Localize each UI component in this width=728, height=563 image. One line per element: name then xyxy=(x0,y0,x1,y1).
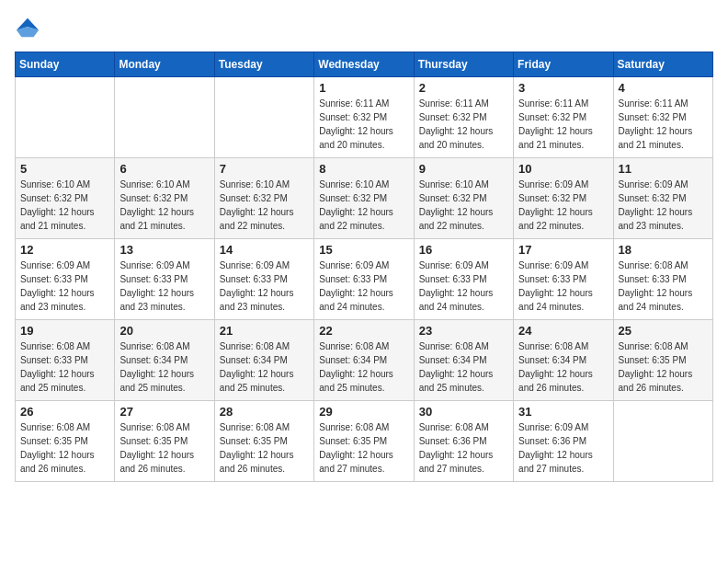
calendar-cell: 8Sunrise: 6:10 AMSunset: 6:32 PMDaylight… xyxy=(314,158,414,239)
day-info: Sunrise: 6:08 AMSunset: 6:35 PMDaylight:… xyxy=(220,420,309,476)
calendar-cell: 20Sunrise: 6:08 AMSunset: 6:34 PMDayligh… xyxy=(115,320,214,401)
day-number: 21 xyxy=(220,324,309,338)
calendar-cell: 29Sunrise: 6:08 AMSunset: 6:35 PMDayligh… xyxy=(314,401,414,482)
day-info: Sunrise: 6:09 AMSunset: 6:36 PMDaylight:… xyxy=(518,420,608,476)
weekday-header: Saturday xyxy=(613,52,712,77)
day-info: Sunrise: 6:10 AMSunset: 6:32 PMDaylight:… xyxy=(119,178,209,233)
weekday-header: Friday xyxy=(514,52,613,77)
calendar-cell: 31Sunrise: 6:09 AMSunset: 6:36 PMDayligh… xyxy=(514,401,613,482)
day-number: 18 xyxy=(619,243,708,257)
day-info: Sunrise: 6:11 AMSunset: 6:32 PMDaylight:… xyxy=(619,97,708,152)
calendar-cell: 12Sunrise: 6:09 AMSunset: 6:33 PMDayligh… xyxy=(16,239,115,320)
day-number: 28 xyxy=(220,405,309,419)
day-number: 27 xyxy=(119,405,209,419)
day-info: Sunrise: 6:09 AMSunset: 6:32 PMDaylight:… xyxy=(518,178,608,233)
calendar-cell: 11Sunrise: 6:09 AMSunset: 6:32 PMDayligh… xyxy=(613,158,712,239)
day-number: 15 xyxy=(319,243,408,257)
calendar-cell: 18Sunrise: 6:08 AMSunset: 6:33 PMDayligh… xyxy=(613,239,712,320)
day-number: 4 xyxy=(619,81,708,95)
day-number: 10 xyxy=(518,162,608,176)
day-number: 26 xyxy=(20,405,109,419)
day-number: 30 xyxy=(419,405,508,419)
calendar-week-row: 12Sunrise: 6:09 AMSunset: 6:33 PMDayligh… xyxy=(16,239,713,320)
day-info: Sunrise: 6:09 AMSunset: 6:33 PMDaylight:… xyxy=(319,259,408,314)
day-number: 7 xyxy=(220,162,309,176)
calendar-cell: 1Sunrise: 6:11 AMSunset: 6:32 PMDaylight… xyxy=(314,77,414,158)
calendar-cell: 26Sunrise: 6:08 AMSunset: 6:35 PMDayligh… xyxy=(16,401,115,482)
calendar-cell: 23Sunrise: 6:08 AMSunset: 6:34 PMDayligh… xyxy=(414,320,513,401)
calendar-cell: 5Sunrise: 6:10 AMSunset: 6:32 PMDaylight… xyxy=(16,158,115,239)
day-number: 14 xyxy=(220,243,309,257)
calendar-cell xyxy=(214,77,313,158)
weekday-header: Monday xyxy=(115,52,214,77)
calendar-cell: 27Sunrise: 6:08 AMSunset: 6:35 PMDayligh… xyxy=(115,401,214,482)
day-number: 9 xyxy=(419,162,508,176)
calendar-table: SundayMondayTuesdayWednesdayThursdayFrid… xyxy=(15,52,713,482)
day-info: Sunrise: 6:08 AMSunset: 6:35 PMDaylight:… xyxy=(20,420,109,476)
day-number: 17 xyxy=(518,243,608,257)
day-info: Sunrise: 6:09 AMSunset: 6:33 PMDaylight:… xyxy=(518,259,608,314)
calendar-cell: 7Sunrise: 6:10 AMSunset: 6:32 PMDaylight… xyxy=(214,158,313,239)
day-number: 3 xyxy=(518,81,608,95)
day-number: 11 xyxy=(619,162,708,176)
calendar-cell xyxy=(16,77,115,158)
day-info: Sunrise: 6:08 AMSunset: 6:34 PMDaylight:… xyxy=(319,339,408,395)
calendar-cell: 9Sunrise: 6:10 AMSunset: 6:32 PMDaylight… xyxy=(414,158,513,239)
day-info: Sunrise: 6:09 AMSunset: 6:33 PMDaylight:… xyxy=(119,259,209,314)
day-number: 5 xyxy=(20,162,109,176)
weekday-header: Tuesday xyxy=(214,52,313,77)
calendar-cell: 21Sunrise: 6:08 AMSunset: 6:34 PMDayligh… xyxy=(214,320,313,401)
day-info: Sunrise: 6:08 AMSunset: 6:36 PMDaylight:… xyxy=(419,420,508,476)
calendar-cell: 4Sunrise: 6:11 AMSunset: 6:32 PMDaylight… xyxy=(613,77,712,158)
day-number: 12 xyxy=(20,243,109,257)
calendar-cell: 17Sunrise: 6:09 AMSunset: 6:33 PMDayligh… xyxy=(514,239,613,320)
day-info: Sunrise: 6:08 AMSunset: 6:34 PMDaylight:… xyxy=(119,339,209,395)
calendar-cell xyxy=(115,77,214,158)
weekday-header: Wednesday xyxy=(314,52,414,77)
calendar-week-row: 5Sunrise: 6:10 AMSunset: 6:32 PMDaylight… xyxy=(16,158,713,239)
day-info: Sunrise: 6:08 AMSunset: 6:35 PMDaylight:… xyxy=(619,339,708,395)
day-info: Sunrise: 6:08 AMSunset: 6:34 PMDaylight:… xyxy=(419,339,508,395)
calendar-week-row: 1Sunrise: 6:11 AMSunset: 6:32 PMDaylight… xyxy=(16,77,713,158)
calendar-week-row: 19Sunrise: 6:08 AMSunset: 6:33 PMDayligh… xyxy=(16,320,713,401)
day-number: 16 xyxy=(419,243,508,257)
day-info: Sunrise: 6:08 AMSunset: 6:34 PMDaylight:… xyxy=(518,339,608,395)
day-number: 20 xyxy=(119,324,209,338)
weekday-header: Thursday xyxy=(414,52,513,77)
calendar-cell: 19Sunrise: 6:08 AMSunset: 6:33 PMDayligh… xyxy=(16,320,115,401)
weekday-header: Sunday xyxy=(16,52,115,77)
day-number: 23 xyxy=(419,324,508,338)
calendar-week-row: 26Sunrise: 6:08 AMSunset: 6:35 PMDayligh… xyxy=(16,401,713,482)
day-info: Sunrise: 6:08 AMSunset: 6:35 PMDaylight:… xyxy=(119,420,209,476)
day-number: 1 xyxy=(319,81,408,95)
day-info: Sunrise: 6:10 AMSunset: 6:32 PMDaylight:… xyxy=(20,178,109,233)
day-info: Sunrise: 6:09 AMSunset: 6:33 PMDaylight:… xyxy=(220,259,309,314)
day-info: Sunrise: 6:11 AMSunset: 6:32 PMDaylight:… xyxy=(518,97,608,152)
day-number: 22 xyxy=(319,324,408,338)
day-number: 2 xyxy=(419,81,508,95)
calendar-cell: 30Sunrise: 6:08 AMSunset: 6:36 PMDayligh… xyxy=(414,401,513,482)
day-info: Sunrise: 6:10 AMSunset: 6:32 PMDaylight:… xyxy=(220,178,309,233)
day-info: Sunrise: 6:08 AMSunset: 6:34 PMDaylight:… xyxy=(220,339,309,395)
day-info: Sunrise: 6:08 AMSunset: 6:33 PMDaylight:… xyxy=(20,339,109,395)
logo-icon xyxy=(15,15,40,40)
calendar-cell: 3Sunrise: 6:11 AMSunset: 6:32 PMDaylight… xyxy=(514,77,613,158)
calendar-cell: 6Sunrise: 6:10 AMSunset: 6:32 PMDaylight… xyxy=(115,158,214,239)
day-number: 25 xyxy=(619,324,708,338)
day-info: Sunrise: 6:09 AMSunset: 6:33 PMDaylight:… xyxy=(20,259,109,314)
calendar-cell: 25Sunrise: 6:08 AMSunset: 6:35 PMDayligh… xyxy=(613,320,712,401)
calendar-cell: 24Sunrise: 6:08 AMSunset: 6:34 PMDayligh… xyxy=(514,320,613,401)
day-info: Sunrise: 6:10 AMSunset: 6:32 PMDaylight:… xyxy=(319,178,408,233)
calendar-cell: 28Sunrise: 6:08 AMSunset: 6:35 PMDayligh… xyxy=(214,401,313,482)
calendar-cell xyxy=(613,401,712,482)
day-info: Sunrise: 6:11 AMSunset: 6:32 PMDaylight:… xyxy=(319,97,408,152)
day-info: Sunrise: 6:08 AMSunset: 6:33 PMDaylight:… xyxy=(619,259,708,314)
logo xyxy=(15,15,44,40)
day-number: 29 xyxy=(319,405,408,419)
day-number: 6 xyxy=(119,162,209,176)
day-info: Sunrise: 6:08 AMSunset: 6:35 PMDaylight:… xyxy=(319,420,408,476)
day-info: Sunrise: 6:10 AMSunset: 6:32 PMDaylight:… xyxy=(419,178,508,233)
calendar-cell: 10Sunrise: 6:09 AMSunset: 6:32 PMDayligh… xyxy=(514,158,613,239)
page-header xyxy=(15,15,713,40)
calendar-header-row: SundayMondayTuesdayWednesdayThursdayFrid… xyxy=(16,52,713,77)
